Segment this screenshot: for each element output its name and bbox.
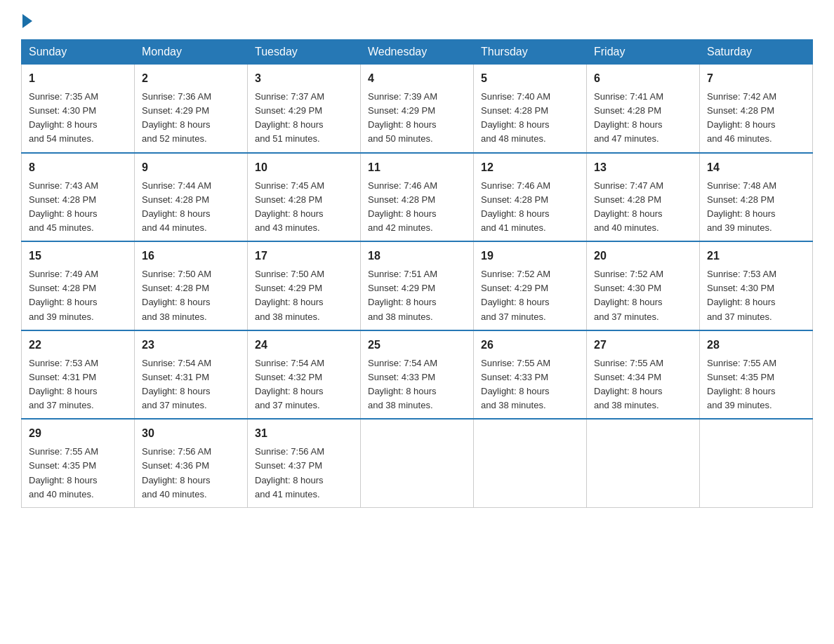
day-number: 11 [368, 159, 466, 176]
day-number: 19 [481, 248, 579, 264]
day-number: 29 [29, 425, 127, 442]
column-header-monday: Monday [135, 40, 248, 65]
calendar-cell: 1Sunrise: 7:35 AMSunset: 4:30 PMDaylight… [22, 65, 135, 153]
day-info: Sunrise: 7:51 AMSunset: 4:29 PMDaylight:… [368, 267, 466, 324]
day-info: Sunrise: 7:41 AMSunset: 4:28 PMDaylight:… [594, 90, 692, 147]
day-info: Sunrise: 7:46 AMSunset: 4:28 PMDaylight:… [481, 179, 579, 236]
calendar-week-row: 29Sunrise: 7:55 AMSunset: 4:35 PMDayligh… [22, 419, 813, 507]
calendar-cell: 15Sunrise: 7:49 AMSunset: 4:28 PMDayligh… [22, 241, 135, 330]
page-header [21, 14, 813, 25]
day-number: 28 [707, 337, 805, 354]
day-number: 10 [255, 159, 353, 176]
calendar-cell: 27Sunrise: 7:55 AMSunset: 4:34 PMDayligh… [587, 330, 700, 420]
calendar-cell: 21Sunrise: 7:53 AMSunset: 4:30 PMDayligh… [700, 241, 813, 330]
day-info: Sunrise: 7:35 AMSunset: 4:30 PMDaylight:… [29, 90, 127, 147]
calendar-week-row: 22Sunrise: 7:53 AMSunset: 4:31 PMDayligh… [22, 330, 813, 420]
calendar-cell: 14Sunrise: 7:48 AMSunset: 4:28 PMDayligh… [700, 153, 813, 242]
day-info: Sunrise: 7:39 AMSunset: 4:29 PMDaylight:… [368, 90, 466, 147]
day-number: 4 [368, 70, 466, 87]
day-info: Sunrise: 7:48 AMSunset: 4:28 PMDaylight:… [707, 179, 805, 236]
day-info: Sunrise: 7:55 AMSunset: 4:33 PMDaylight:… [481, 356, 579, 413]
day-number: 9 [142, 159, 240, 176]
day-info: Sunrise: 7:37 AMSunset: 4:29 PMDaylight:… [255, 90, 353, 147]
day-number: 5 [481, 70, 579, 87]
day-info: Sunrise: 7:45 AMSunset: 4:28 PMDaylight:… [255, 179, 353, 236]
day-info: Sunrise: 7:55 AMSunset: 4:34 PMDaylight:… [594, 356, 692, 413]
day-number: 2 [142, 70, 240, 87]
day-number: 18 [368, 248, 466, 264]
calendar-cell: 9Sunrise: 7:44 AMSunset: 4:28 PMDaylight… [135, 153, 248, 242]
day-number: 30 [142, 425, 240, 442]
day-info: Sunrise: 7:47 AMSunset: 4:28 PMDaylight:… [594, 179, 692, 236]
calendar-week-row: 15Sunrise: 7:49 AMSunset: 4:28 PMDayligh… [22, 241, 813, 330]
day-info: Sunrise: 7:50 AMSunset: 4:28 PMDaylight:… [142, 267, 240, 324]
calendar-header-row: SundayMondayTuesdayWednesdayThursdayFrid… [22, 40, 813, 65]
day-number: 1 [29, 70, 127, 87]
calendar-week-row: 8Sunrise: 7:43 AMSunset: 4:28 PMDaylight… [22, 153, 813, 242]
calendar-cell [700, 419, 813, 507]
day-info: Sunrise: 7:53 AMSunset: 4:30 PMDaylight:… [707, 267, 805, 324]
logo [21, 14, 34, 25]
day-number: 6 [594, 70, 692, 87]
calendar-cell: 13Sunrise: 7:47 AMSunset: 4:28 PMDayligh… [587, 153, 700, 242]
calendar-cell: 5Sunrise: 7:40 AMSunset: 4:28 PMDaylight… [474, 65, 587, 153]
day-info: Sunrise: 7:50 AMSunset: 4:29 PMDaylight:… [255, 267, 353, 324]
day-info: Sunrise: 7:40 AMSunset: 4:28 PMDaylight:… [481, 90, 579, 147]
calendar-cell: 16Sunrise: 7:50 AMSunset: 4:28 PMDayligh… [135, 241, 248, 330]
day-info: Sunrise: 7:52 AMSunset: 4:30 PMDaylight:… [594, 267, 692, 324]
column-header-saturday: Saturday [700, 40, 813, 65]
day-number: 20 [594, 248, 692, 264]
calendar-cell [361, 419, 474, 507]
day-number: 14 [707, 159, 805, 176]
column-header-tuesday: Tuesday [248, 40, 361, 65]
day-number: 7 [707, 70, 805, 87]
day-info: Sunrise: 7:46 AMSunset: 4:28 PMDaylight:… [368, 179, 466, 236]
column-header-wednesday: Wednesday [361, 40, 474, 65]
logo-arrow-icon [22, 14, 32, 28]
column-header-thursday: Thursday [474, 40, 587, 65]
day-number: 17 [255, 248, 353, 264]
day-number: 26 [481, 337, 579, 354]
day-info: Sunrise: 7:54 AMSunset: 4:31 PMDaylight:… [142, 356, 240, 413]
logo-text [21, 14, 34, 28]
day-info: Sunrise: 7:43 AMSunset: 4:28 PMDaylight:… [29, 179, 127, 236]
day-info: Sunrise: 7:44 AMSunset: 4:28 PMDaylight:… [142, 179, 240, 236]
day-number: 22 [29, 337, 127, 354]
calendar-cell: 24Sunrise: 7:54 AMSunset: 4:32 PMDayligh… [248, 330, 361, 420]
calendar-cell: 30Sunrise: 7:56 AMSunset: 4:36 PMDayligh… [135, 419, 248, 507]
calendar-cell: 6Sunrise: 7:41 AMSunset: 4:28 PMDaylight… [587, 65, 700, 153]
day-number: 13 [594, 159, 692, 176]
calendar-cell: 25Sunrise: 7:54 AMSunset: 4:33 PMDayligh… [361, 330, 474, 420]
calendar-cell: 2Sunrise: 7:36 AMSunset: 4:29 PMDaylight… [135, 65, 248, 153]
calendar-cell [587, 419, 700, 507]
calendar-cell: 17Sunrise: 7:50 AMSunset: 4:29 PMDayligh… [248, 241, 361, 330]
calendar-cell: 22Sunrise: 7:53 AMSunset: 4:31 PMDayligh… [22, 330, 135, 420]
day-number: 3 [255, 70, 353, 87]
calendar-cell: 11Sunrise: 7:46 AMSunset: 4:28 PMDayligh… [361, 153, 474, 242]
day-number: 15 [29, 248, 127, 264]
calendar-cell: 20Sunrise: 7:52 AMSunset: 4:30 PMDayligh… [587, 241, 700, 330]
calendar-cell: 28Sunrise: 7:55 AMSunset: 4:35 PMDayligh… [700, 330, 813, 420]
calendar-cell: 12Sunrise: 7:46 AMSunset: 4:28 PMDayligh… [474, 153, 587, 242]
column-header-sunday: Sunday [22, 40, 135, 65]
day-info: Sunrise: 7:36 AMSunset: 4:29 PMDaylight:… [142, 90, 240, 147]
day-info: Sunrise: 7:52 AMSunset: 4:29 PMDaylight:… [481, 267, 579, 324]
calendar-cell [474, 419, 587, 507]
calendar-cell: 8Sunrise: 7:43 AMSunset: 4:28 PMDaylight… [22, 153, 135, 242]
day-info: Sunrise: 7:49 AMSunset: 4:28 PMDaylight:… [29, 267, 127, 324]
day-number: 23 [142, 337, 240, 354]
calendar-cell: 29Sunrise: 7:55 AMSunset: 4:35 PMDayligh… [22, 419, 135, 507]
calendar-cell: 31Sunrise: 7:56 AMSunset: 4:37 PMDayligh… [248, 419, 361, 507]
day-info: Sunrise: 7:42 AMSunset: 4:28 PMDaylight:… [707, 90, 805, 147]
calendar-cell: 4Sunrise: 7:39 AMSunset: 4:29 PMDaylight… [361, 65, 474, 153]
calendar-cell: 19Sunrise: 7:52 AMSunset: 4:29 PMDayligh… [474, 241, 587, 330]
calendar-week-row: 1Sunrise: 7:35 AMSunset: 4:30 PMDaylight… [22, 65, 813, 153]
day-number: 27 [594, 337, 692, 354]
calendar-cell: 10Sunrise: 7:45 AMSunset: 4:28 PMDayligh… [248, 153, 361, 242]
day-info: Sunrise: 7:55 AMSunset: 4:35 PMDaylight:… [29, 445, 127, 502]
day-info: Sunrise: 7:55 AMSunset: 4:35 PMDaylight:… [707, 356, 805, 413]
day-number: 31 [255, 425, 353, 442]
day-info: Sunrise: 7:54 AMSunset: 4:32 PMDaylight:… [255, 356, 353, 413]
calendar-cell: 7Sunrise: 7:42 AMSunset: 4:28 PMDaylight… [700, 65, 813, 153]
day-info: Sunrise: 7:56 AMSunset: 4:37 PMDaylight:… [255, 445, 353, 502]
